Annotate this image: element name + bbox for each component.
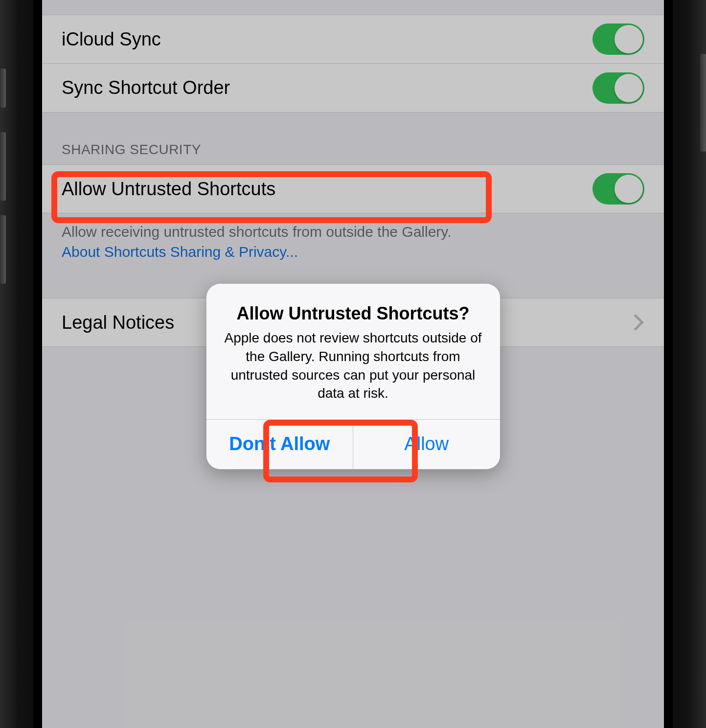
phone-volume-up-button [0, 132, 6, 201]
phone-power-button [700, 54, 706, 152]
sharing-privacy-link[interactable]: About Shortcuts Sharing & Privacy... [62, 244, 298, 260]
sharing-security-footer-text: Allow receiving untrusted shortcuts from… [62, 224, 451, 240]
alert-allow-button[interactable]: Allow [353, 420, 500, 469]
settings-screen: iCloud Sync Sync Shortcut Order SHARING … [42, 0, 664, 728]
phone-bezel-left [33, 0, 42, 728]
sharing-security-footer: Allow receiving untrusted shortcuts from… [42, 213, 664, 262]
chevron-right-icon [627, 314, 644, 331]
allow-untrusted-toggle[interactable] [592, 173, 644, 205]
allow-untrusted-alert: Allow Untrusted Shortcuts? Apple does no… [206, 284, 500, 469]
allow-untrusted-label: Allow Untrusted Shortcuts [62, 179, 275, 200]
alert-message: Apple does not review shortcuts outside … [223, 329, 483, 403]
alert-dont-allow-button[interactable]: Don't Allow [206, 420, 353, 469]
legal-notices-label: Legal Notices [62, 312, 174, 333]
icloud-sync-toggle[interactable] [592, 23, 644, 55]
phone-mute-switch [0, 68, 6, 108]
icloud-sync-row[interactable]: iCloud Sync [42, 15, 664, 64]
sync-order-toggle[interactable] [592, 72, 644, 104]
allow-untrusted-row[interactable]: Allow Untrusted Shortcuts [42, 164, 664, 213]
sharing-security-group: Allow Untrusted Shortcuts [42, 164, 664, 213]
phone-bezel-right [664, 0, 673, 728]
icloud-sync-label: iCloud Sync [62, 29, 161, 50]
phone-volume-down-button [0, 215, 6, 284]
alert-button-row: Don't Allow Allow [206, 419, 500, 469]
sync-order-row[interactable]: Sync Shortcut Order [42, 64, 664, 113]
sync-order-label: Sync Shortcut Order [62, 77, 230, 98]
sync-settings-group: iCloud Sync Sync Shortcut Order [42, 15, 664, 113]
sharing-security-header: SHARING SECURITY [42, 113, 664, 164]
alert-title: Allow Untrusted Shortcuts? [223, 303, 483, 324]
